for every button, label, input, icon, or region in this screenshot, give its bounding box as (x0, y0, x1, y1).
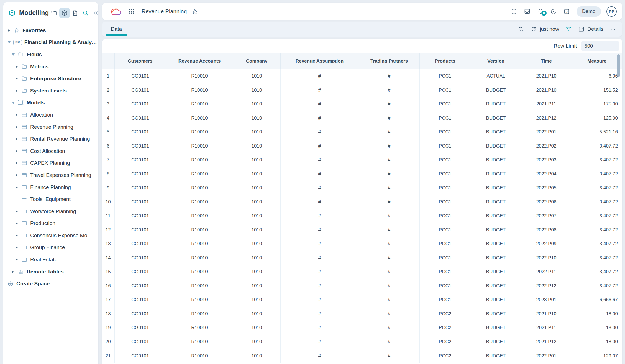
cell-measure[interactable]: 6,666.67 (572, 293, 622, 307)
cell-revenue-accounts[interactable]: R10010 (166, 223, 233, 237)
cell-version[interactable]: BUDGET (471, 279, 521, 293)
row-number-cell[interactable]: 12 (102, 223, 114, 237)
cell-products[interactable]: PCC2 (419, 349, 471, 363)
sidebar-item-revenue-planning[interactable]: Revenue Planning (3, 121, 98, 133)
table-search-icon[interactable] (518, 26, 524, 32)
cell-version[interactable]: BUDGET (471, 209, 521, 223)
cell-company[interactable]: 1010 (233, 335, 280, 349)
cell-time[interactable]: 2022.P11 (521, 265, 572, 279)
cell-revenue-accounts[interactable]: R10010 (166, 111, 233, 125)
cell-company[interactable]: 1010 (233, 307, 280, 321)
cell-revenue-assumption[interactable]: # (280, 349, 359, 363)
cell-version[interactable]: BUDGET (471, 167, 521, 181)
cell-measure[interactable]: 5,521.16 (572, 125, 622, 139)
cell-time[interactable]: 2021.P10 (521, 83, 572, 97)
refresh-status[interactable]: just now (531, 26, 559, 32)
cell-version[interactable]: BUDGET (471, 293, 521, 307)
cell-trading-partners[interactable]: # (359, 349, 419, 363)
sidebar-item-group-finance[interactable]: Group Finance (3, 242, 98, 254)
collapsed-arrow-icon[interactable] (16, 174, 20, 177)
sidebar-item-travel-expenses-planning[interactable]: Travel Expenses Planning (3, 169, 98, 181)
cell-company[interactable]: 1010 (233, 111, 280, 125)
notifications-bell-icon[interactable]: 0 (537, 8, 544, 15)
row-number-cell[interactable]: 2 (102, 83, 114, 97)
cell-company[interactable]: 1010 (233, 251, 280, 265)
sidebar-item-tools-equipment[interactable]: Tools_Equipment (3, 193, 98, 205)
cell-measure[interactable]: 151.52 (572, 83, 622, 97)
cell-company[interactable]: 1010 (233, 139, 280, 153)
collapsed-arrow-icon[interactable] (16, 186, 20, 189)
column-header-time[interactable]: Time (521, 53, 572, 69)
cell-time[interactable]: 2022.P07 (521, 209, 572, 223)
cell-products[interactable]: PCC2 (419, 321, 471, 335)
cell-revenue-accounts[interactable]: R10010 (166, 265, 233, 279)
cell-measure[interactable]: 18.00 (572, 307, 622, 321)
environment-badge[interactable]: Demo (577, 6, 601, 17)
cell-version[interactable]: BUDGET (471, 237, 521, 251)
cell-company[interactable]: 1010 (233, 97, 280, 111)
cell-time[interactable]: 2023.P01 (521, 293, 572, 307)
cell-customers[interactable]: CG0101 (114, 279, 166, 293)
cell-company[interactable]: 1010 (233, 153, 280, 167)
cell-version[interactable]: BUDGET (471, 97, 521, 111)
collapsed-arrow-icon[interactable] (16, 258, 20, 261)
cell-revenue-accounts[interactable]: R10010 (166, 251, 233, 265)
column-header-company[interactable]: Company (233, 53, 280, 69)
cell-customers[interactable]: CG0101 (114, 111, 166, 125)
cell-trading-partners[interactable]: # (359, 83, 419, 97)
cell-version[interactable]: BUDGET (471, 265, 521, 279)
cell-revenue-assumption[interactable]: # (280, 97, 359, 111)
cell-time[interactable]: 2022.P01 (521, 349, 572, 363)
cell-customers[interactable]: CG0101 (114, 349, 166, 363)
cell-revenue-accounts[interactable]: R10010 (166, 349, 233, 363)
cell-revenue-accounts[interactable]: R10010 (166, 97, 233, 111)
cell-customers[interactable]: CG0101 (114, 223, 166, 237)
sidebar-item-consensus-expense-mo[interactable]: Consensus Expense Mo... (3, 229, 98, 242)
cell-measure[interactable]: 3,407.72 (572, 167, 622, 181)
cell-revenue-assumption[interactable]: # (280, 181, 359, 195)
cell-revenue-accounts[interactable]: R10010 (166, 69, 233, 83)
cell-products[interactable]: PCC1 (419, 97, 471, 111)
sidebar-item-cost-allocation[interactable]: Cost Allocation (3, 145, 98, 157)
cell-trading-partners[interactable]: # (359, 265, 419, 279)
favorite-star-icon[interactable] (192, 8, 198, 15)
cell-time[interactable]: 2021.P10 (521, 69, 572, 83)
collapsed-arrow-icon[interactable] (16, 138, 20, 140)
sidebar-item-production[interactable]: Production (3, 218, 98, 230)
cell-customers[interactable]: CG0101 (114, 195, 166, 209)
column-header-revenue-assumption[interactable]: Revenue Assumption (280, 53, 359, 69)
cell-measure[interactable]: 3,407.72 (572, 153, 622, 167)
cell-measure[interactable]: 3,407.72 (572, 251, 622, 265)
cell-products[interactable]: PCC1 (419, 265, 471, 279)
cell-time[interactable]: 2022.P10 (521, 251, 572, 265)
sidebar-item-enterprise-structure[interactable]: Enterprise Structure (3, 73, 98, 85)
cell-measure[interactable]: 129.07 (572, 349, 622, 363)
tab-data[interactable]: Data (106, 22, 127, 37)
cell-revenue-assumption[interactable]: # (280, 125, 359, 139)
cell-customers[interactable]: CG0101 (114, 83, 166, 97)
column-header-trading-partners[interactable]: Trading Partners (359, 53, 419, 69)
cell-products[interactable]: PCC1 (419, 167, 471, 181)
cell-revenue-assumption[interactable]: # (280, 293, 359, 307)
expanded-arrow-icon[interactable] (12, 102, 16, 104)
sidebar-item-finance-planning[interactable]: Finance Planning (3, 181, 98, 193)
row-number-cell[interactable]: 6 (102, 139, 114, 153)
cell-revenue-accounts[interactable]: R10010 (166, 83, 233, 97)
cell-products[interactable]: PCC1 (419, 181, 471, 195)
cell-company[interactable]: 1010 (233, 265, 280, 279)
cell-customers[interactable]: CG0101 (114, 181, 166, 195)
expanded-arrow-icon[interactable] (12, 53, 16, 56)
cell-measure[interactable]: 3,407.72 (572, 181, 622, 195)
cell-revenue-accounts[interactable]: R10010 (166, 181, 233, 195)
cell-company[interactable]: 1010 (233, 69, 280, 83)
cell-trading-partners[interactable]: # (359, 97, 419, 111)
cell-company[interactable]: 1010 (233, 195, 280, 209)
row-number-cell[interactable]: 10 (102, 195, 114, 209)
cell-customers[interactable]: CG0101 (114, 293, 166, 307)
cell-customers[interactable]: CG0101 (114, 251, 166, 265)
cell-customers[interactable]: CG0101 (114, 167, 166, 181)
sidebar-item-models[interactable]: Models (3, 97, 98, 109)
row-number-cell[interactable]: 1 (102, 69, 114, 83)
cell-revenue-assumption[interactable]: # (280, 153, 359, 167)
cell-revenue-accounts[interactable]: R10010 (166, 293, 233, 307)
